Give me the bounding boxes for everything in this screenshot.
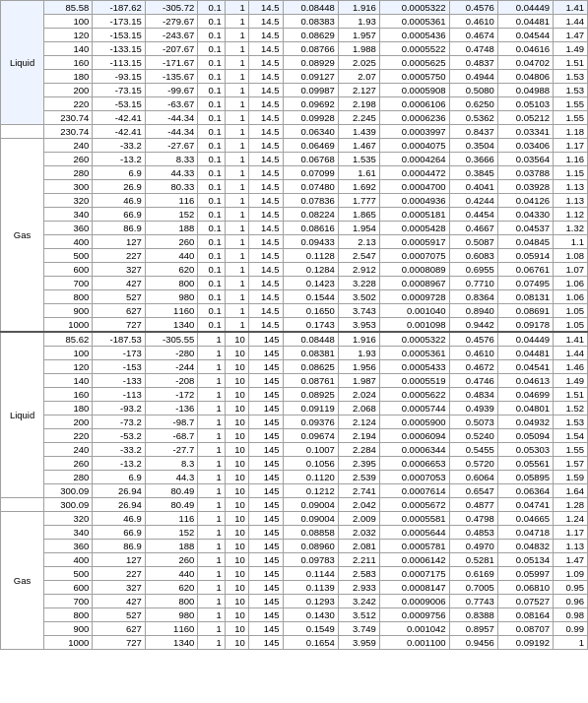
data-cell: 145 <box>248 581 283 595</box>
data-cell: 2.583 <box>338 567 379 581</box>
data-cell: 8.33 <box>145 153 197 166</box>
table-row: 240-33.2-27.71101450.10072.2840.00063440… <box>1 443 588 457</box>
data-cell: 2.127 <box>338 84 379 97</box>
data-cell: 0.0006094 <box>379 429 449 443</box>
data-cell: 0.08383 <box>283 15 338 29</box>
data-cell: 0.8388 <box>449 608 497 622</box>
data-cell: 2.024 <box>338 388 379 402</box>
data-cell: 220 <box>44 97 93 111</box>
data-cell: 327 <box>93 581 145 595</box>
data-cell: 14.5 <box>248 263 283 277</box>
data-cell: 80.33 <box>145 180 197 194</box>
data-cell: 0.5073 <box>449 415 497 429</box>
data-cell: 10 <box>225 471 248 484</box>
data-cell: 145 <box>248 360 283 374</box>
data-cell: 0.1 <box>198 139 226 153</box>
data-cell: 46.9 <box>93 194 145 208</box>
data-cell: 6.9 <box>93 471 145 484</box>
table-row: 32046.91160.1114.50.078361.7770.00049360… <box>1 194 588 208</box>
table-row: 100072713401101450.16543.9590.0011000.94… <box>1 636 588 650</box>
data-cell: 14.5 <box>248 277 283 290</box>
data-cell: -44.34 <box>145 111 197 125</box>
data-cell: -33.2 <box>93 443 145 457</box>
data-cell: 1 <box>198 415 226 429</box>
data-cell: 1.49 <box>554 374 588 388</box>
data-cell: 0.08625 <box>283 360 338 374</box>
data-cell: 0.4748 <box>449 42 497 56</box>
data-cell: 0.4853 <box>449 526 497 540</box>
data-cell: 14.5 <box>248 97 283 111</box>
data-cell: 0.0008089 <box>379 263 449 277</box>
data-cell: 400 <box>44 553 93 567</box>
data-cell: 0.06340 <box>283 125 338 139</box>
table-row: 30026.980.330.1114.50.074801.6920.000470… <box>1 180 588 194</box>
data-cell: 0.5240 <box>449 429 497 443</box>
data-cell: 14.5 <box>248 235 283 249</box>
data-cell: 0.0007075 <box>379 249 449 263</box>
data-cell: 1.954 <box>338 222 379 235</box>
data-cell: 14.5 <box>248 111 283 125</box>
data-cell: 2.395 <box>338 457 379 471</box>
data-cell: 2.13 <box>338 235 379 249</box>
data-cell: 145 <box>248 332 283 347</box>
data-cell: 145 <box>248 498 283 512</box>
data-cell: 0.4837 <box>449 56 497 70</box>
data-cell: 327 <box>93 263 145 277</box>
data-cell: 0.1650 <box>283 304 338 318</box>
data-cell: 627 <box>93 622 145 636</box>
data-cell: 0.1 <box>198 42 226 56</box>
data-cell: 0.04541 <box>497 360 553 374</box>
data-cell: 80.49 <box>145 484 197 498</box>
table-row: 4001272600.1114.50.094332.130.00059170.5… <box>1 235 588 249</box>
data-cell: 14.5 <box>248 84 283 97</box>
data-cell: 240 <box>44 443 93 457</box>
data-cell: 1.47 <box>554 29 588 42</box>
data-cell: 0.1293 <box>283 595 338 608</box>
data-cell: 0.0005900 <box>379 415 449 429</box>
table-row: 120-153.15-243.670.1114.50.086291.9570.0… <box>1 29 588 42</box>
data-cell: 1.51 <box>554 56 588 70</box>
data-cell: -244 <box>145 360 197 374</box>
data-cell: 1.13 <box>554 194 588 208</box>
data-cell: 1 <box>225 97 248 111</box>
data-cell: 0.09433 <box>283 235 338 249</box>
data-cell: 0.3845 <box>449 166 497 180</box>
data-cell: 2.194 <box>338 429 379 443</box>
data-cell: 3.749 <box>338 622 379 636</box>
data-cell: -63.67 <box>145 97 197 111</box>
data-cell: 1 <box>225 166 248 180</box>
table-row: 260-13.28.330.1114.50.067681.5350.000426… <box>1 153 588 166</box>
data-cell: 0.05997 <box>497 567 553 581</box>
data-cell: 0.1007 <box>283 443 338 457</box>
data-cell: 0.0008147 <box>379 581 449 595</box>
data-cell: 440 <box>145 249 197 263</box>
data-cell: 1000 <box>44 318 93 333</box>
data-cell: 360 <box>44 222 93 235</box>
data-cell: 1 <box>198 512 226 526</box>
table-row: 36086.91881101450.089602.0810.00057810.4… <box>1 540 588 553</box>
data-cell: 14.5 <box>248 208 283 222</box>
data-cell: 1.47 <box>554 553 588 567</box>
data-cell: 2.211 <box>338 553 379 567</box>
data-cell: 0.0005361 <box>379 15 449 29</box>
data-cell: 0.4877 <box>449 498 497 512</box>
data-cell: 0.04481 <box>497 15 553 29</box>
data-cell: 1 <box>225 249 248 263</box>
data-cell: -93.2 <box>93 402 145 415</box>
data-cell: -305.55 <box>145 332 197 347</box>
data-cell: 14.5 <box>248 318 283 333</box>
data-cell: 0.03564 <box>497 153 553 166</box>
table-row: 160-113.15-171.670.1114.50.089292.0250.0… <box>1 56 588 70</box>
data-cell: 0.08381 <box>283 347 338 360</box>
data-cell: 1160 <box>145 622 197 636</box>
data-cell: 0.001098 <box>379 318 449 333</box>
data-cell: 1.44 <box>554 347 588 360</box>
data-cell: 1 <box>198 471 226 484</box>
data-cell: 188 <box>145 540 197 553</box>
table-row: 260-13.28.31101450.10562.3950.00066530.5… <box>1 457 588 471</box>
data-cell: 220 <box>44 429 93 443</box>
data-cell: 1 <box>225 263 248 277</box>
data-cell: 360 <box>44 540 93 553</box>
data-cell: 1 <box>225 304 248 318</box>
data-cell: 427 <box>93 595 145 608</box>
